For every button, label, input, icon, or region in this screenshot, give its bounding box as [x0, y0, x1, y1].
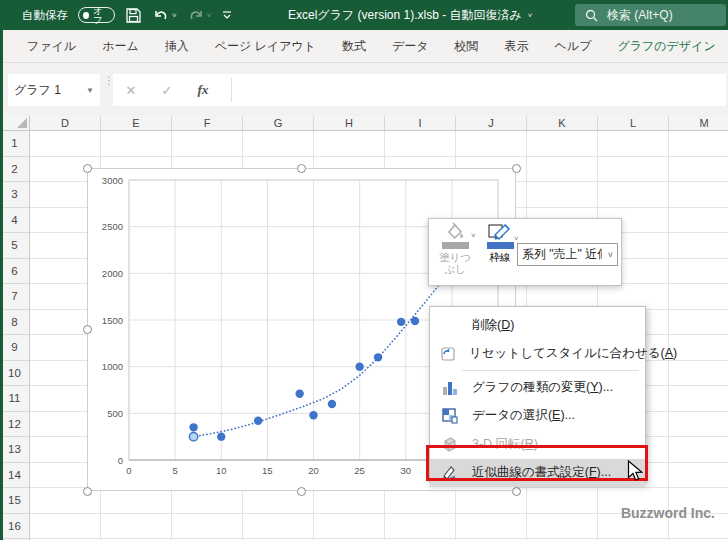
ribbon-tab-8[interactable]: ヘルプ [542, 30, 605, 63]
search-icon [585, 9, 598, 22]
selection-handle-3[interactable] [83, 325, 92, 334]
mini-toolbar: 塗りつ ぶし ˅ 枠線 ˅ 系列 "売上" 近似曲 ˅ [428, 218, 622, 286]
gridline [30, 538, 728, 539]
row-header-15[interactable]: 15 [0, 488, 29, 514]
quick-access-customize-button[interactable] [221, 9, 233, 21]
selection-handle-7[interactable] [512, 487, 521, 496]
ribbon-tab-9[interactable]: グラフのデザイン [604, 30, 728, 63]
row-header-9[interactable]: 9 [0, 335, 29, 361]
menu-item-label: データの選択(E)... [472, 407, 575, 424]
column-header-G[interactable]: G [243, 116, 314, 130]
fill-bucket-icon [443, 222, 467, 241]
row-header-2[interactable]: 2 [0, 157, 29, 183]
outline-button[interactable]: 枠線 ˅ [481, 222, 519, 284]
column-header-F[interactable]: F [172, 116, 243, 130]
row-header-14[interactable]: 14 [0, 463, 29, 489]
autosave-toggle[interactable]: オフ [78, 7, 115, 23]
undo-button[interactable]: ˅ [152, 7, 177, 24]
ribbon-tab-1[interactable]: ホーム [89, 30, 152, 63]
column-header-M[interactable]: M [669, 116, 728, 130]
chart-element-combo[interactable]: 系列 "売上" 近似曲 ˅ [517, 243, 618, 266]
selection-handle-2[interactable] [512, 164, 521, 173]
undo-caret-icon: ˅ [172, 11, 177, 20]
row-header-3[interactable]: 3 [0, 182, 29, 208]
svg-text:20: 20 [308, 465, 319, 476]
column-header-E[interactable]: E [101, 116, 172, 130]
fill-caret-icon: ˅ [471, 231, 476, 240]
row-header-13[interactable]: 13 [0, 437, 29, 463]
select-all-triangle-icon [17, 118, 27, 128]
mouse-cursor [627, 460, 647, 482]
formula-bar-row: グラフ 1 ▼ ⋮ ✕ ✓ fx [0, 63, 728, 116]
row-header-7[interactable]: 7 [0, 284, 29, 310]
ribbon-tab-6[interactable]: 校閲 [442, 30, 492, 63]
insert-function-button[interactable]: fx [185, 82, 221, 98]
name-box[interactable]: グラフ 1 ▼ [8, 74, 100, 106]
undo-icon [152, 7, 170, 24]
save-button[interactable] [125, 7, 142, 24]
annotation-highlight-box [426, 445, 648, 481]
ribbon-tab-0[interactable]: ファイル [14, 30, 89, 63]
row-header-6[interactable]: 6 [0, 259, 29, 285]
svg-text:30: 30 [400, 465, 411, 476]
row-header-5[interactable]: 5 [0, 233, 29, 259]
select-all-corner[interactable] [0, 116, 30, 131]
name-box-caret-icon[interactable]: ▼ [86, 86, 94, 95]
svg-text:5: 5 [172, 465, 177, 476]
row-header-10[interactable]: 10 [0, 361, 29, 387]
selection-handle-0[interactable] [83, 164, 92, 173]
menu-separator [462, 370, 639, 371]
menu-item-1[interactable]: リセットしてスタイルに合わせる(A) [430, 340, 645, 369]
svg-text:500: 500 [107, 408, 123, 419]
formula-bar: ✕ ✓ fx [113, 74, 726, 106]
menu-item-label: 削除(D) [472, 317, 514, 334]
column-header-H[interactable]: H [314, 116, 385, 130]
save-icon [125, 7, 142, 24]
column-header-I[interactable]: I [385, 116, 456, 130]
search-placeholder: 検索 (Alt+Q) [607, 7, 673, 24]
autosave-state: オフ [93, 6, 110, 25]
row-header-4[interactable]: 4 [0, 208, 29, 234]
column-header-L[interactable]: L [598, 116, 669, 130]
gridline [668, 131, 669, 540]
ribbon-tab-4[interactable]: 数式 [329, 30, 379, 63]
svg-text:25: 25 [354, 465, 365, 476]
menu-item-3[interactable]: データの選択(E)... [430, 402, 645, 431]
fill-color-swatch [442, 242, 469, 249]
ribbon-tab-5[interactable]: データ [379, 30, 442, 63]
menu-item-0[interactable]: 削除(D) [430, 311, 645, 340]
svg-text:1000: 1000 [102, 361, 123, 372]
title-bar: 自動保存 オフ ˅ ˅ Excelグラフ (version 1).xlsb - … [0, 0, 728, 30]
toggle-dot-icon [83, 12, 89, 19]
row-header-1[interactable]: 1 [0, 131, 29, 157]
customize-toolbar-icon [221, 9, 233, 21]
row-header-12[interactable]: 12 [0, 412, 29, 438]
fill-button: 塗りつ ぶし ˅ [433, 222, 477, 284]
column-header-D[interactable]: D [30, 116, 101, 130]
search-box[interactable]: 検索 (Alt+Q) [575, 4, 726, 26]
row-header-11[interactable]: 11 [0, 386, 29, 412]
row-header-8[interactable]: 8 [0, 310, 29, 336]
formula-input[interactable] [238, 74, 726, 106]
enter-button: ✓ [149, 83, 185, 98]
cancel-button: ✕ [113, 83, 149, 98]
gridline [30, 156, 728, 157]
column-header-J[interactable]: J [456, 116, 527, 130]
svg-text:2000: 2000 [102, 268, 123, 279]
redo-caret-icon: ˅ [207, 11, 212, 20]
selection-handle-1[interactable] [297, 164, 306, 173]
menu-item-label: グラフの種類の変更(Y)... [472, 379, 613, 396]
outline-label: 枠線 [490, 251, 511, 263]
ribbon-tab-7[interactable]: 表示 [492, 30, 542, 63]
outline-caret-icon: ˅ [514, 234, 519, 243]
ribbon-tab-3[interactable]: ページ レイアウト [202, 30, 329, 63]
selection-handle-5[interactable] [83, 487, 92, 496]
selection-handle-6[interactable] [297, 487, 306, 496]
ribbon-tab-2[interactable]: 挿入 [152, 30, 202, 63]
row-header-16[interactable]: 16 [0, 514, 29, 540]
title-caret-icon[interactable]: ˅ [528, 11, 533, 20]
svg-text:0: 0 [126, 465, 131, 476]
formula-bar-grip[interactable]: ⋮ [104, 78, 110, 102]
column-header-K[interactable]: K [527, 116, 598, 130]
menu-item-2[interactable]: グラフの種類の変更(Y)... [430, 373, 645, 402]
